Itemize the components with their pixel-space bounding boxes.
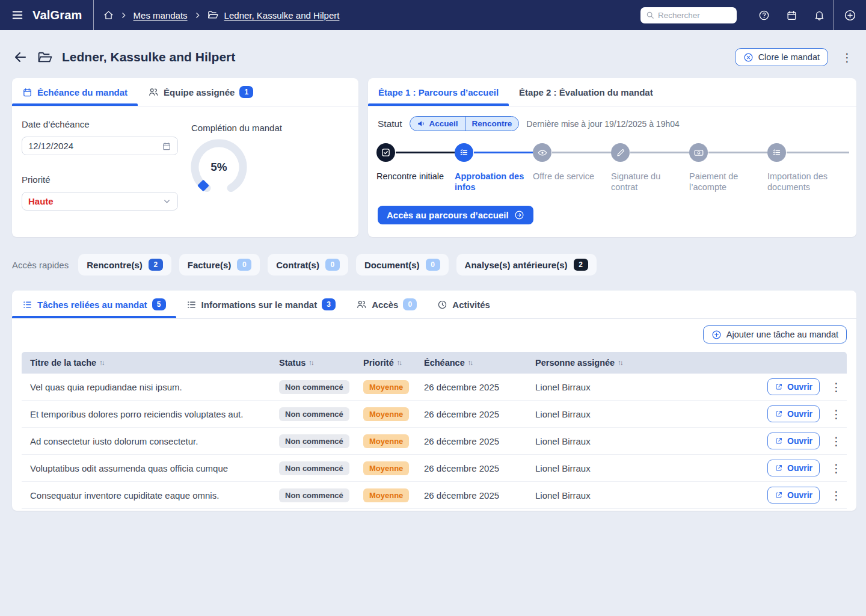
row-kebab-button[interactable]: ⋮ bbox=[827, 407, 846, 421]
header-kebab-button[interactable]: ⋮ bbox=[838, 51, 856, 64]
search-box[interactable] bbox=[640, 7, 737, 23]
sort-icon[interactable]: ↑↓ bbox=[468, 359, 473, 366]
column-header-priority[interactable]: Priorité↑↓ bbox=[363, 358, 424, 368]
chip-label: Contrat(s) bbox=[276, 260, 319, 270]
chip-factures[interactable]: Facture(s)0 bbox=[179, 254, 260, 276]
access-onboarding-button[interactable]: Accès au parcours d’accueil bbox=[378, 206, 533, 224]
tab-etape-1[interactable]: Étape 1 : Parcours d’accueil bbox=[368, 78, 509, 106]
status-segment-label: Accueil bbox=[429, 119, 458, 128]
column-header-title[interactable]: Titre de la tache↑↓ bbox=[30, 358, 279, 368]
external-link-icon bbox=[775, 437, 783, 445]
row-kebab-button[interactable]: ⋮ bbox=[827, 461, 846, 475]
chip-count-badge: 0 bbox=[325, 259, 340, 271]
due-date-input[interactable] bbox=[28, 141, 162, 151]
column-header-status[interactable]: Status↑↓ bbox=[279, 358, 363, 368]
last-update-text: Dernière mise à jour 19/12/2025 à 19h04 bbox=[526, 119, 680, 129]
open-task-button[interactable]: Ouvrir bbox=[767, 487, 820, 504]
step-importation-documents[interactable]: Importation des documents bbox=[767, 143, 840, 192]
open-task-button[interactable]: Ouvrir bbox=[767, 460, 820, 476]
external-link-icon bbox=[775, 383, 783, 391]
chip-documents[interactable]: Document(s)0 bbox=[356, 254, 449, 276]
arrow-right-circle-icon bbox=[514, 210, 524, 220]
open-task-button[interactable]: Ouvrir bbox=[767, 378, 820, 395]
row-kebab-button[interactable]: ⋮ bbox=[827, 380, 846, 394]
task-due-date: 26 décembre 2025 bbox=[424, 463, 535, 473]
create-plus-icon[interactable] bbox=[834, 9, 866, 22]
back-button[interactable] bbox=[13, 50, 28, 64]
home-icon[interactable] bbox=[103, 10, 114, 20]
step-signature-contrat[interactable]: Signature du contrat bbox=[611, 143, 683, 192]
task-due-date: 26 décembre 2025 bbox=[424, 382, 535, 392]
status-badge: Non commencé bbox=[279, 461, 349, 475]
sort-icon[interactable]: ↑↓ bbox=[309, 359, 313, 366]
task-due-date: 26 décembre 2025 bbox=[424, 490, 535, 500]
list-check-icon bbox=[767, 143, 786, 162]
page-title: Ledner, Kassulke and Hilpert bbox=[62, 50, 235, 64]
top-navbar: ValGram Mes mandats Ledner, Kassulke and… bbox=[0, 0, 866, 30]
status-badge: Non commencé bbox=[279, 488, 349, 502]
step-approbation-infos[interactable]: Approbation des infos bbox=[455, 143, 527, 192]
tab-echeance-mandat[interactable]: Échéance du mandat bbox=[12, 78, 138, 106]
priority-select[interactable]: Haute bbox=[22, 192, 178, 211]
tab-etape-2[interactable]: Étape 2 : Évaluation du mandat bbox=[509, 78, 663, 106]
chip-rencontres[interactable]: Rencontre(s)2 bbox=[78, 254, 171, 276]
close-mandate-label: Clore le mandat bbox=[758, 52, 820, 62]
task-assignee: Lionel Birraux bbox=[535, 409, 767, 419]
tasks-card: Tâches reliées au mandat 5 Informations … bbox=[12, 291, 856, 511]
quick-access-label: Accès rapides bbox=[12, 260, 69, 270]
chip-analyses-anterieures[interactable]: Analyse(s) antérieure(s)2 bbox=[456, 254, 597, 276]
tab-activites[interactable]: Activités bbox=[427, 291, 500, 318]
clock-icon bbox=[437, 300, 447, 310]
task-due-date: 26 décembre 2025 bbox=[424, 436, 535, 446]
table-row: Et temporibus dolores porro reiciendis v… bbox=[22, 401, 847, 428]
search-input[interactable] bbox=[658, 11, 724, 20]
step-paiement-acompte[interactable]: Paiement de l’acompte bbox=[689, 143, 761, 192]
add-task-button[interactable]: Ajouter une tâche au mandat bbox=[703, 325, 847, 343]
completion-gauge: 5% bbox=[185, 134, 253, 201]
status-badge: Non commencé bbox=[279, 434, 349, 448]
calendar-icon bbox=[22, 87, 32, 97]
chip-contrats[interactable]: Contrat(s)0 bbox=[268, 254, 348, 276]
column-header-due[interactable]: Échéance↑↓ bbox=[424, 358, 535, 368]
plus-circle-icon bbox=[711, 330, 722, 340]
column-header-assignee[interactable]: Personne assignée↑↓ bbox=[535, 358, 767, 368]
close-mandate-button[interactable]: Clore le mandat bbox=[735, 48, 828, 66]
priority-badge: Moyenne bbox=[363, 407, 409, 421]
step-label: Signature du contrat bbox=[611, 171, 683, 192]
add-task-label: Ajouter une tâche au mandat bbox=[726, 330, 838, 339]
status-badge: Non commencé bbox=[279, 407, 349, 421]
sort-icon[interactable]: ↑↓ bbox=[397, 359, 402, 366]
tab-taches-mandat[interactable]: Tâches reliées au mandat 5 bbox=[12, 291, 176, 318]
step-rencontre-initiale[interactable]: Rencontre initiale bbox=[376, 143, 449, 182]
task-assignee: Lionel Birraux bbox=[535, 490, 767, 500]
tab-equipe-assignee[interactable]: Équipe assignée 1 bbox=[138, 78, 263, 106]
quick-access-row: Accès rapides Rencontre(s)2 Facture(s)0 … bbox=[12, 254, 597, 276]
completion-label: Complétion du mandat bbox=[191, 123, 282, 133]
chip-label: Analyse(s) antérieure(s) bbox=[465, 260, 568, 270]
menu-icon[interactable] bbox=[11, 8, 24, 22]
breadcrumb-link-current[interactable]: Ledner, Kassulke and Hilpert bbox=[224, 10, 340, 20]
help-icon[interactable] bbox=[750, 10, 778, 21]
calendar-icon[interactable] bbox=[778, 10, 805, 21]
tab-informations-mandat[interactable]: Informations sur le mandat 3 bbox=[176, 291, 346, 318]
bell-icon[interactable] bbox=[805, 10, 833, 21]
tab-count-badge: 5 bbox=[152, 298, 166, 310]
priority-badge: Moyenne bbox=[363, 488, 409, 502]
tab-count-badge: 0 bbox=[403, 298, 417, 310]
open-task-button[interactable]: Ouvrir bbox=[767, 433, 820, 449]
sort-icon[interactable]: ↑↓ bbox=[618, 359, 622, 366]
status-segment-accueil: Accueil bbox=[410, 117, 465, 131]
row-kebab-button[interactable]: ⋮ bbox=[827, 434, 846, 448]
breadcrumb-link-mandats[interactable]: Mes mandats bbox=[134, 10, 188, 20]
calendar-icon[interactable] bbox=[162, 141, 171, 151]
tab-label: Échéance du mandat bbox=[37, 87, 127, 97]
row-kebab-button[interactable]: ⋮ bbox=[827, 488, 846, 502]
due-date-field[interactable] bbox=[22, 137, 178, 155]
open-task-button[interactable]: Ouvrir bbox=[767, 405, 820, 422]
tab-acces[interactable]: Accès 0 bbox=[346, 291, 427, 318]
banknote-icon bbox=[689, 143, 708, 162]
sort-icon[interactable]: ↑↓ bbox=[99, 359, 104, 366]
table-row: Ad consectetur iusto dolorum consectetur… bbox=[22, 428, 847, 455]
table-row: Voluptatibus odit assumenda quas officia… bbox=[22, 455, 847, 482]
step-offre-service[interactable]: Offre de service bbox=[533, 143, 605, 182]
